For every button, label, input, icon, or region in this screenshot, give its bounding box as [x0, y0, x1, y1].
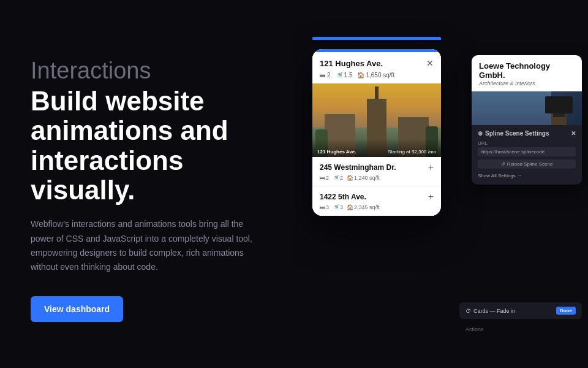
right-section: 121 Hughes Ave. ✕ 🛏 2 🚿 1.5 🏠 1,650 sq/f…: [294, 0, 588, 368]
show-all-button[interactable]: Show All Settings →: [478, 172, 576, 180]
actions-row: Actions: [459, 326, 582, 332]
cards-panel: ⏱ Cards — Fade in Done: [459, 302, 582, 319]
beds-icon-2: 🛏: [320, 175, 325, 181]
baths-icon-2: 🚿: [333, 175, 339, 181]
phone-top-bar: 121 Hughes Ave. ✕ 🛏 2 🚿 1.5 🏠 1,650 sq/f…: [312, 49, 441, 83]
listing-3: 1422 5th Ave. + 🛏 3 🚿 3 🏠 2,345 sq/ft: [312, 186, 441, 216]
blue-top-line: [312, 37, 441, 40]
phone-listing-details: 🛏 2 🚿 1.5 🏠 1,650 sq/ft: [312, 72, 441, 83]
settings-close-icon[interactable]: ✕: [571, 130, 576, 137]
phone-listing-image: 121 Hughes Ave. Starting at $2,300 /mo: [312, 83, 441, 157]
main-container: Interactions Build website animations an…: [0, 0, 588, 368]
url-label: URL: [478, 140, 576, 146]
settings-title-left: ⚙ Spline Scene Settings: [478, 130, 549, 137]
sqft-value: 1,650 sq/ft: [366, 72, 394, 79]
main-heading: Build website animations and interaction…: [31, 86, 263, 205]
url-row: URL https://host/scene.splinecode: [478, 140, 576, 156]
timer-icon: ⏱: [466, 308, 471, 314]
sqft-icon-3: 🏠: [347, 204, 353, 210]
close-icon[interactable]: ✕: [426, 58, 434, 68]
listing-2: 245 Westmingham Dr. + 🛏 2 🚿 2 🏠 1,240 sq…: [312, 157, 441, 186]
baths-detail: 🚿 1.5: [336, 72, 353, 79]
loewe-subtitle: Architecture & Interiors: [479, 80, 575, 86]
listing-2-sqft: 🏠 1,240 sq/ft: [347, 175, 380, 181]
spline-panel: Loewe Technology GmbH. Architecture & In…: [472, 55, 582, 185]
cards-label-text: Cards — Fade in: [473, 308, 515, 314]
show-all-label: Show All Settings →: [478, 173, 522, 178]
listing-2-expand[interactable]: +: [428, 162, 434, 173]
cta-button[interactable]: View dashboard: [31, 296, 123, 322]
phone-mockup: 121 Hughes Ave. ✕ 🛏 2 🚿 1.5 🏠 1,650 sq/f…: [312, 49, 441, 216]
loewe-card: Loewe Technology GmbH. Architecture & In…: [472, 55, 582, 91]
image-overlay: 121 Hughes Ave. Starting at $2,300 /mo: [312, 139, 441, 157]
sqft-icon-2: 🏠: [347, 175, 353, 181]
sqft-detail: 🏠 1,650 sq/ft: [357, 72, 394, 79]
actions-label: Actions: [466, 326, 484, 332]
description-text: Webflow's interactions and animations to…: [31, 217, 257, 274]
listing-3-title: 1422 5th Ave. +: [320, 191, 434, 202]
reload-icon: ↺: [501, 161, 505, 167]
image-price-label: Starting at $2,300 /mo: [388, 149, 436, 155]
subtitle-label: Interactions: [31, 58, 263, 84]
room-wall: [472, 91, 551, 125]
phone-header: 121 Hughes Ave. ✕: [312, 52, 441, 72]
settings-label: Spline Scene Settings: [485, 130, 549, 137]
image-address-label: 121 Hughes Ave.: [317, 149, 356, 155]
baths-count: 1.5: [344, 72, 353, 79]
cards-label: ⏱ Cards — Fade in: [466, 308, 515, 314]
beds-icon: 🛏: [320, 72, 326, 79]
url-input[interactable]: https://host/scene.splinecode: [478, 147, 576, 156]
listing-2-baths: 🚿 2: [333, 175, 343, 181]
listing-2-beds: 🛏 2: [320, 175, 329, 181]
baths-icon: 🚿: [336, 72, 343, 79]
beds-icon-3: 🛏: [320, 204, 325, 210]
spline-settings-title: ⚙ Spline Scene Settings ✕: [478, 130, 576, 137]
sqft-icon: 🏠: [357, 72, 364, 79]
phone-listing-title: 121 Hughes Ave.: [320, 59, 383, 68]
left-section: Interactions Build website animations an…: [0, 0, 294, 368]
reload-label: Reload Spline Scene: [507, 161, 553, 167]
room-tv: [545, 96, 573, 113]
beds-count: 2: [327, 72, 331, 79]
baths-icon-3: 🚿: [333, 204, 339, 210]
listing-2-details: 🛏 2 🚿 2 🏠 1,240 sq/ft: [320, 175, 434, 181]
loewe-room-image: [472, 91, 582, 125]
listing-3-sqft: 🏠 2,345 sq/ft: [347, 204, 380, 210]
listing-2-title: 245 Westmingham Dr. +: [320, 162, 434, 173]
reload-button[interactable]: ↺ Reload Spline Scene: [478, 159, 576, 169]
listing-3-beds: 🛏 3: [320, 204, 329, 210]
beds-detail: 🛏 2: [320, 72, 331, 79]
gear-icon: ⚙: [478, 131, 483, 137]
listing-3-details: 🛏 3 🚿 3 🏠 2,345 sq/ft: [320, 204, 434, 210]
spline-settings: ⚙ Spline Scene Settings ✕ URL https://ho…: [472, 125, 582, 185]
listing-3-expand[interactable]: +: [428, 191, 434, 202]
cards-done-badge: Done: [556, 307, 576, 315]
loewe-title: Loewe Technology GmbH.: [479, 61, 575, 80]
listing-3-baths: 🚿 3: [333, 204, 343, 210]
